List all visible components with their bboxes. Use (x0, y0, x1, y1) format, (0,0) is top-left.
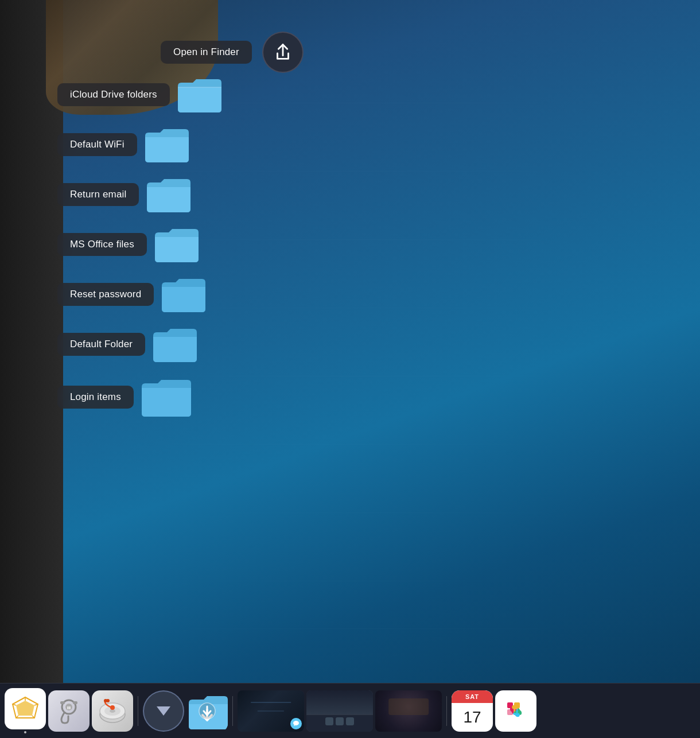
slack-icon (503, 698, 529, 724)
email-folder-icon (146, 176, 192, 213)
dock-item-sketch[interactable] (5, 688, 46, 733)
svg-point-19 (106, 699, 110, 702)
desktop-wallpaper: Open in Finder iCloud Drive folders (0, 0, 700, 683)
calendar-day: 17 (463, 708, 481, 727)
sketch-dot (24, 731, 26, 733)
wifi-label[interactable]: Default WiFi (57, 133, 137, 156)
keychain-icon: III (56, 697, 82, 725)
password-label[interactable]: Reset password (57, 283, 154, 306)
svg-text:III: III (67, 705, 71, 710)
password-folder-icon (161, 275, 207, 313)
menu-row-default-folder[interactable]: Default Folder (57, 325, 402, 363)
svg-rect-32 (516, 709, 518, 713)
dock-item-keychain[interactable]: III (48, 690, 90, 732)
screenshot-thumb-2[interactable] (306, 690, 373, 732)
dock: III (0, 683, 700, 738)
dock-item-calendar[interactable]: SAT 17 (452, 690, 493, 732)
default-folder-icon (152, 325, 198, 363)
menu-items-list: iCloud Drive folders Default WiFi Ret (0, 32, 402, 418)
dock-item-downloads[interactable] (186, 690, 228, 732)
calendar-month: SAT (465, 693, 479, 700)
svg-rect-10 (60, 701, 65, 704)
downloads-folder-icon (186, 690, 228, 732)
default-folder-label[interactable]: Default Folder (57, 333, 145, 356)
login-folder-icon (141, 375, 192, 418)
down-arrow-icon (152, 700, 175, 723)
svg-point-17 (110, 705, 115, 710)
icloud-label[interactable]: iCloud Drive folders (57, 83, 170, 106)
dock-item-screenshot-2[interactable] (306, 690, 373, 732)
dock-item-disk-utility[interactable] (92, 690, 133, 732)
wifi-folder-icon (144, 126, 190, 163)
dock-item-screenshot-1[interactable] (238, 690, 304, 732)
icloud-folder-icon (177, 76, 223, 113)
svg-point-23 (293, 721, 299, 725)
screenshot-thumb-1[interactable] (238, 690, 304, 732)
office-folder-icon (154, 226, 200, 263)
menu-row-email[interactable]: Return email (57, 176, 402, 213)
screenshot-thumb-3[interactable] (375, 690, 442, 732)
dock-item-slack[interactable] (495, 690, 536, 732)
email-label[interactable]: Return email (57, 183, 139, 206)
dock-item-down-arrow[interactable] (143, 690, 184, 732)
dock-separator-2 (232, 696, 233, 726)
login-items-label[interactable]: Login items (57, 386, 134, 409)
dock-separator-3 (446, 696, 447, 726)
svg-rect-11 (73, 701, 77, 704)
sketch-icon (9, 693, 41, 725)
menu-row-icloud[interactable]: iCloud Drive folders (57, 76, 402, 113)
menu-row-wifi[interactable]: Default WiFi (57, 126, 402, 163)
svg-marker-20 (157, 706, 170, 716)
disk-utility-icon (96, 695, 129, 727)
menu-row-password[interactable]: Reset password (57, 275, 402, 313)
dock-separator-1 (138, 696, 138, 726)
dock-item-screenshot-3[interactable] (375, 690, 442, 732)
menu-row-office[interactable]: MS Office files (57, 226, 402, 263)
menu-row-login[interactable]: Login items (57, 375, 402, 418)
office-label[interactable]: MS Office files (57, 233, 147, 256)
